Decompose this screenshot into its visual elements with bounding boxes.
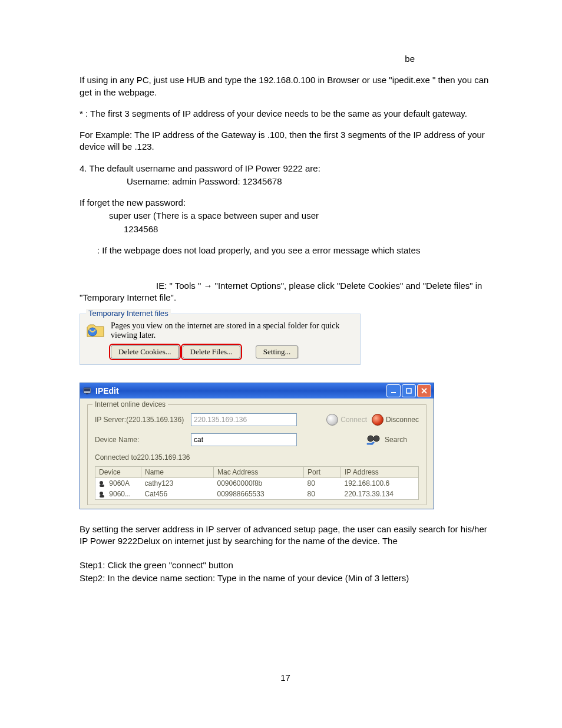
device-icon bbox=[99, 480, 106, 487]
ip-server-input[interactable] bbox=[191, 413, 297, 426]
disconnect-button[interactable]: Disconnec bbox=[372, 414, 419, 426]
ip-server-label: IP Server:(220.135.169.136) bbox=[95, 416, 186, 424]
ipedit-window: IPEdit Internet online devices IP Server… bbox=[80, 383, 434, 509]
svg-rect-10 bbox=[100, 485, 104, 487]
ipedit-title: IPEdit bbox=[95, 386, 386, 396]
close-button[interactable] bbox=[417, 384, 431, 397]
connect-button[interactable]: Connect bbox=[326, 414, 367, 426]
ipedit-titlebar: IPEdit bbox=[80, 383, 434, 398]
fieldset-legend: Internet online devices bbox=[92, 400, 168, 409]
temporary-internet-files-group: Temporary Internet files Pages you view … bbox=[80, 314, 361, 365]
svg-rect-2 bbox=[84, 388, 90, 391]
device-icon bbox=[99, 491, 106, 498]
para-1234568: 1234568 bbox=[124, 223, 491, 235]
trailing-be: be bbox=[80, 53, 491, 65]
setting-button[interactable]: Setting... bbox=[256, 345, 299, 358]
svg-point-9 bbox=[100, 481, 103, 485]
table-row[interactable]: 9060A cathy123 009060000f8b 80 192.168.1… bbox=[95, 478, 419, 489]
search-button[interactable]: Search bbox=[366, 433, 407, 446]
connect-label: Connect bbox=[340, 416, 367, 424]
svg-rect-8 bbox=[372, 437, 375, 439]
col-device[interactable]: Device bbox=[95, 467, 141, 478]
binoculars-icon bbox=[366, 433, 382, 446]
ie-folder-icon bbox=[86, 321, 105, 340]
svg-rect-5 bbox=[406, 388, 411, 393]
internet-online-devices-group: Internet online devices IP Server:(220.1… bbox=[87, 404, 427, 505]
col-port[interactable]: Port bbox=[304, 467, 341, 478]
disconnect-label: Disconnec bbox=[386, 416, 419, 424]
page-number: 17 bbox=[80, 673, 491, 683]
delete-cookies-button[interactable]: Delete Cookies... bbox=[111, 345, 179, 358]
devices-table: Device Name Mac Address Port IP Address bbox=[95, 466, 419, 500]
search-label: Search bbox=[385, 436, 407, 444]
svg-rect-3 bbox=[86, 393, 88, 394]
connection-status: Connected to220.135.169.136 bbox=[95, 453, 419, 462]
svg-rect-12 bbox=[100, 495, 104, 498]
circle-icon bbox=[326, 414, 338, 426]
para-pc-hub: If using in any PC, just use HUB and typ… bbox=[80, 74, 491, 98]
para-example: For Example: The IP address of the Gatew… bbox=[80, 129, 491, 153]
svg-point-11 bbox=[100, 492, 103, 495]
ipedit-app-icon bbox=[82, 386, 92, 397]
delete-files-button[interactable]: Delete Files... bbox=[183, 345, 240, 358]
col-ip[interactable]: IP Address bbox=[341, 467, 419, 478]
col-mac[interactable]: Mac Address bbox=[214, 467, 304, 478]
device-name-label: Device Name: bbox=[95, 436, 186, 444]
para-forget-pw: If forget the new password: bbox=[80, 197, 491, 209]
tif-description: Pages you view on the internet are store… bbox=[111, 321, 354, 341]
para-step1: Step1: Click the green "connect" button bbox=[80, 559, 491, 571]
minimize-button[interactable] bbox=[386, 384, 401, 397]
table-row[interactable]: 9060... Cat456 009988665533 80 220.173.3… bbox=[95, 489, 419, 500]
circle-red-icon bbox=[372, 414, 384, 426]
para-ip-server-desc: By setting the server address in IP serv… bbox=[80, 523, 491, 548]
device-name-input[interactable] bbox=[191, 433, 297, 446]
para-ie-tools: IE: " Tools " → "Internet Options", plea… bbox=[80, 280, 491, 304]
maximize-button[interactable] bbox=[402, 384, 416, 397]
tif-legend: Temporary Internet files bbox=[86, 309, 171, 318]
para-step2: Step2: In the device name section: Type … bbox=[80, 572, 491, 584]
para-error-msg: : If the webpage does not load properly,… bbox=[97, 245, 491, 256]
para-super-user: super user (There is a space between sup… bbox=[109, 210, 491, 222]
col-name[interactable]: Name bbox=[141, 467, 214, 478]
svg-rect-4 bbox=[391, 392, 396, 393]
para-first3seg: * : The first 3 segments of IP address o… bbox=[80, 108, 491, 120]
para-default-creds: 4. The default username and password of … bbox=[80, 163, 491, 174]
para-creds-line: Username: admin Password: 12345678 bbox=[127, 176, 491, 187]
